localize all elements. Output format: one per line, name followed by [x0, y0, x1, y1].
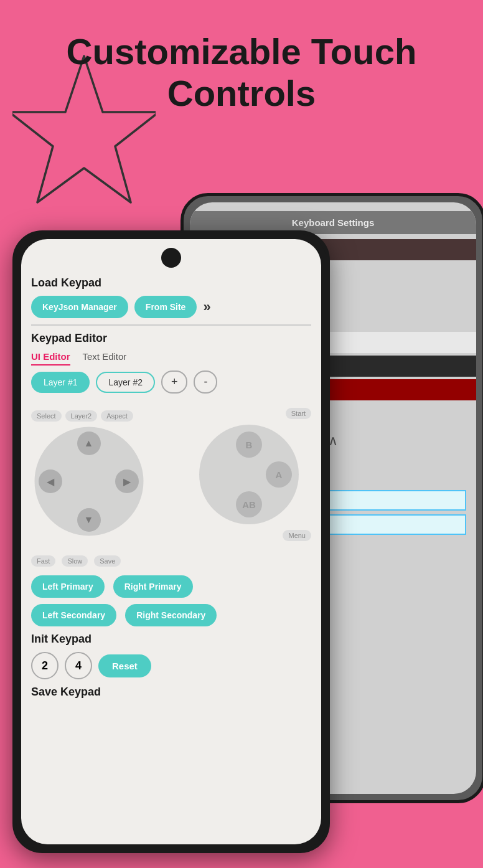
load-keypad-title: Load Keypad [31, 276, 311, 290]
init-keypad-row: 2 4 Reset [31, 652, 311, 679]
init-keypad-title: Init Keypad [31, 633, 311, 646]
reset-button[interactable]: Reset [98, 654, 151, 677]
slow-button[interactable]: Slow [62, 555, 88, 567]
layer-1-button[interactable]: Layer #1 [31, 372, 90, 393]
start-button[interactable]: Start [286, 408, 311, 419]
dpad-up[interactable]: ▲ [77, 432, 101, 455]
front-phone: Load Keypad KeyJson Manager From Site » … [12, 230, 330, 853]
select-button[interactable]: Select [31, 410, 62, 422]
color-buttons-row: Left Primary Right Primary [31, 575, 311, 598]
face-ab-button[interactable]: AB [236, 491, 262, 517]
num-2-button[interactable]: 2 [31, 652, 59, 679]
color-buttons-row-2: Left Secondary Right Secondary [31, 604, 311, 626]
keypad-editor-title: Keypad Editor [31, 332, 311, 345]
tab-text-editor[interactable]: Text Editor [83, 351, 127, 366]
layer2-button[interactable]: Layer2 [65, 410, 98, 422]
save-keypad-title: Save Keypad [31, 686, 311, 699]
add-layer-button[interactable]: + [161, 370, 188, 394]
gamepad-area: Select Layer2 Aspect ▲ ▼ ◀ ▶ St [31, 400, 311, 549]
num-4-button[interactable]: 4 [65, 652, 92, 679]
editor-tabs: UI Editor Text Editor [31, 351, 311, 366]
hero-title: Customizable Touch Controls [37, 31, 446, 114]
layer-row: Layer #1 Layer #2 + - [31, 370, 311, 394]
phone-notch [161, 248, 181, 268]
remove-layer-button[interactable]: - [194, 370, 217, 394]
chevron-right-icon: » [203, 299, 210, 315]
load-keypad-row: KeyJson Manager From Site » [31, 296, 311, 318]
dpad-left[interactable]: ◀ [39, 469, 62, 493]
dpad-down[interactable]: ▼ [77, 508, 101, 532]
left-secondary-button[interactable]: Left Secondary [31, 604, 116, 626]
right-secondary-button[interactable]: Right Secondary [125, 604, 217, 626]
left-primary-button[interactable]: Left Primary [31, 575, 105, 598]
tab-ui-editor[interactable]: UI Editor [31, 351, 70, 366]
dpad-container: ▲ ▼ ◀ ▶ [31, 424, 146, 539]
keyjson-manager-button[interactable]: KeyJson Manager [31, 296, 128, 318]
face-a-button[interactable]: A [266, 461, 292, 488]
from-site-button[interactable]: From Site [134, 296, 197, 318]
save-button[interactable]: Save [94, 555, 121, 567]
face-b-button[interactable]: B [236, 432, 262, 458]
layer-2-button[interactable]: Layer #2 [96, 372, 154, 393]
fast-button[interactable]: Fast [31, 555, 55, 567]
dpad-right[interactable]: ▶ [115, 469, 139, 493]
right-primary-button[interactable]: Right Primary [113, 575, 193, 598]
bottom-small-btns: Fast Slow Save [31, 555, 311, 567]
face-buttons-container: B A AB [196, 422, 302, 527]
menu-button[interactable]: Menu [283, 530, 311, 541]
divider-1 [31, 324, 311, 326]
aspect-button[interactable]: Aspect [101, 410, 133, 422]
